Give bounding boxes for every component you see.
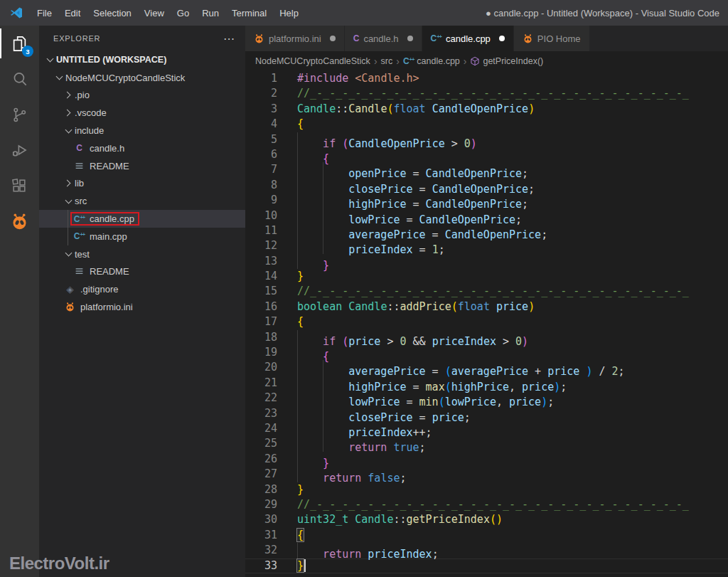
code-line-31[interactable]: 31{ bbox=[245, 528, 728, 543]
code-line-21[interactable]: 21highPrice = max(highPrice, price); bbox=[245, 376, 728, 391]
menu-go[interactable]: Go bbox=[171, 0, 196, 26]
code-line-7[interactable]: 7openPrice = CandleOpenPrice; bbox=[245, 162, 728, 177]
modified-dot-icon[interactable] bbox=[330, 36, 336, 41]
code-line-6[interactable]: 6{ bbox=[245, 147, 728, 162]
code-line-24[interactable]: 24priceIndex++; bbox=[245, 421, 728, 436]
menu-view[interactable]: View bbox=[138, 0, 171, 26]
tree-item--pio[interactable]: .pio bbox=[39, 87, 245, 105]
menu-selection[interactable]: Selection bbox=[87, 0, 137, 26]
indent-guide bbox=[323, 436, 348, 451]
tree-item-readme[interactable]: README bbox=[39, 263, 245, 281]
code-line-27[interactable]: 27return false; bbox=[245, 467, 728, 482]
tree-item-candle-h[interactable]: Ccandle.h bbox=[39, 139, 245, 157]
tree-item-include[interactable]: include bbox=[39, 122, 245, 139]
code-line-28[interactable]: 28} bbox=[245, 482, 728, 497]
tree-item-readme[interactable]: README bbox=[39, 157, 245, 175]
more-actions-icon[interactable]: ⋯ bbox=[223, 32, 235, 46]
tree-item--vscode[interactable]: .vscode bbox=[39, 104, 245, 122]
code-line-26[interactable]: 26} bbox=[245, 452, 728, 467]
platformio-icon[interactable] bbox=[0, 203, 39, 239]
code-editor[interactable]: 1#include <Candle.h>2//_-_-_-_-_-_-_-_-_… bbox=[245, 71, 728, 577]
indent-guide bbox=[297, 162, 323, 177]
readme-list-icon bbox=[75, 162, 84, 171]
code-line-2[interactable]: 2//_-_-_-_-_-_-_-_-_-_-_-_-_-_-_-_-_-_-_… bbox=[245, 86, 728, 101]
tree-item-platformio-ini[interactable]: platformio.ini bbox=[39, 298, 245, 316]
chevron-down-icon bbox=[45, 54, 56, 65]
menu-file[interactable]: File bbox=[31, 0, 58, 26]
indent-guide bbox=[297, 391, 323, 406]
breadcrumb-item[interactable]: getPriceIndex() bbox=[470, 56, 543, 66]
tree-item-test[interactable]: test bbox=[39, 245, 245, 263]
line-number: 7 bbox=[245, 162, 277, 177]
code-line-18[interactable]: 18if (price > 0 && priceIndex > 0) bbox=[245, 330, 728, 345]
explorer-icon[interactable]: 3 bbox=[0, 26, 39, 61]
indent-guide bbox=[323, 162, 348, 177]
chevron-right-icon bbox=[63, 178, 75, 189]
line-number: 14 bbox=[245, 269, 277, 284]
breadcrumb-item[interactable]: NodeMCUCryptoCandleStick bbox=[255, 56, 370, 66]
code-line-33[interactable]: 33} bbox=[245, 559, 728, 573]
line-number: 19 bbox=[245, 345, 277, 360]
explorer-badge: 3 bbox=[22, 46, 33, 57]
modified-dot-icon[interactable] bbox=[407, 36, 413, 41]
source-control-icon[interactable] bbox=[0, 97, 39, 132]
menu-terminal[interactable]: Terminal bbox=[225, 0, 273, 26]
tree-item-untitled-workspace-[interactable]: UNTITLED (WORKSPACE) bbox=[39, 51, 245, 69]
code-line-16[interactable]: 16boolean Candle::addPrice(float price) bbox=[245, 300, 728, 314]
tree-item--gitignore[interactable]: ◈.gitignore bbox=[39, 280, 245, 298]
breadcrumb-item[interactable]: C++candle.cpp bbox=[403, 56, 460, 66]
tab-pio-home[interactable]: PIO Home bbox=[514, 26, 590, 51]
run-and-debug-icon[interactable] bbox=[0, 132, 39, 168]
titlebar: FileEditSelectionViewGoRunTerminalHelp ●… bbox=[0, 0, 728, 26]
menu-help[interactable]: Help bbox=[273, 0, 305, 26]
code-line-10[interactable]: 10lowPrice = CandleOpenPrice; bbox=[245, 208, 728, 223]
tab-candle-cpp[interactable]: C++candle.cpp bbox=[422, 26, 514, 51]
tree-item-lib[interactable]: lib bbox=[39, 175, 245, 193]
code-line-14[interactable]: 14} bbox=[245, 269, 728, 284]
vscode-logo-icon bbox=[9, 6, 23, 20]
indent-guide bbox=[323, 406, 348, 421]
code-line-4[interactable]: 4{ bbox=[245, 117, 728, 132]
tab-platformio-ini[interactable]: platformio.ini bbox=[245, 26, 345, 51]
code-line-15[interactable]: 15//_-_-_-_-_-_-_-_-_-_-_-_-_-_-_-_-_-_-… bbox=[245, 284, 728, 299]
code-line-11[interactable]: 11averagePrice = CandleOpenPrice; bbox=[245, 223, 728, 238]
tab-candle-h[interactable]: Ccandle.h bbox=[345, 26, 422, 51]
code-line-8[interactable]: 8closePrice = CandleOpenPrice; bbox=[245, 178, 728, 193]
watermark: ElectroVolt.ir bbox=[9, 554, 109, 573]
indent-guide bbox=[297, 193, 323, 208]
code-line-20[interactable]: 20averagePrice = (averagePrice + price )… bbox=[245, 360, 728, 375]
menu-run[interactable]: Run bbox=[196, 0, 225, 26]
tree-item-nodemcucryptocandlestick[interactable]: NodeMCUCryptoCandleStick bbox=[39, 69, 245, 87]
code-line-5[interactable]: 5if (CandleOpenPrice > 0) bbox=[245, 132, 728, 147]
line-number: 1 bbox=[245, 71, 277, 86]
extensions-icon[interactable] bbox=[0, 168, 39, 203]
indent-guide bbox=[323, 360, 348, 375]
line-number: 10 bbox=[245, 208, 277, 223]
tree-item-src[interactable]: src bbox=[39, 192, 245, 210]
modified-dot-icon[interactable] bbox=[499, 36, 505, 41]
line-number: 13 bbox=[245, 254, 277, 269]
code-line-29[interactable]: 29//_-_-_-_-_-_-_-_-_-_-_-_-_-_-_-_-_-_-… bbox=[245, 497, 728, 512]
line-number: 30 bbox=[245, 512, 277, 527]
code-line-17[interactable]: 17{ bbox=[245, 314, 728, 329]
indent-guide bbox=[323, 208, 348, 223]
code-line-3[interactable]: 3Candle::Candle(float CandleOpenPrice) bbox=[245, 102, 728, 117]
sidebar-title: EXPLORER bbox=[53, 34, 100, 43]
code-line-9[interactable]: 9highPrice = CandleOpenPrice; bbox=[245, 193, 728, 208]
menu-edit[interactable]: Edit bbox=[58, 0, 87, 26]
tree-item-candle-cpp[interactable]: C++candle.cpp bbox=[39, 210, 245, 228]
menubar: FileEditSelectionViewGoRunTerminalHelp bbox=[31, 0, 305, 26]
code-line-32[interactable]: 32return priceIndex; bbox=[245, 543, 728, 558]
code-line-13[interactable]: 13} bbox=[245, 254, 728, 269]
line-number: 22 bbox=[245, 391, 277, 406]
git-ignore-icon: ◈ bbox=[67, 285, 74, 294]
code-line-1[interactable]: 1#include <Candle.h> bbox=[245, 71, 728, 86]
code-line-22[interactable]: 22lowPrice = min(lowPrice, price); bbox=[245, 391, 728, 406]
indent-guide bbox=[323, 421, 348, 436]
tree-item-main-cpp[interactable]: C++main.cpp bbox=[39, 228, 245, 245]
search-icon[interactable] bbox=[0, 61, 39, 97]
red-annotation-box: C++candle.cpp bbox=[70, 212, 139, 226]
code-line-30[interactable]: 30uint32_t Candle::getPriceIndex() bbox=[245, 512, 728, 527]
breadcrumb-item[interactable]: src bbox=[381, 56, 393, 66]
code-line-25[interactable]: 25return true; bbox=[245, 436, 728, 451]
